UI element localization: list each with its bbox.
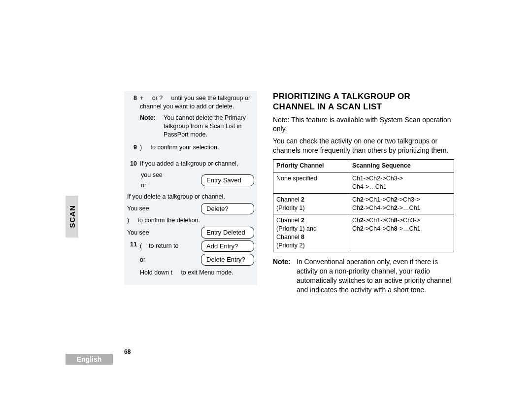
- table-header-priority: Priority Channel: [273, 160, 349, 172]
- lcd-delete: Delete?: [201, 203, 254, 215]
- scanning-sequence-table: Priority Channel Scanning Sequence None …: [273, 159, 454, 252]
- table-row: Channel 2(Priority 1) Ch2->Ch1->Ch2->Ch3…: [273, 193, 454, 214]
- step-11: 11 ( to return to Add Entry? or Delete E…: [127, 240, 254, 279]
- lcd-delete-entry: Delete Entry?: [201, 254, 254, 266]
- bottom-note: Note: In Conventional operation only, ev…: [273, 257, 454, 295]
- table-row: None specified Ch1->Ch2->Ch3->Ch4->…Ch1: [273, 172, 454, 193]
- left-column: 8 + or ? until you see the talkgroup or …: [124, 91, 257, 285]
- section-heading: PRIORITIZING A TALKGROUP OR CHANNEL IN A…: [273, 91, 454, 112]
- step-9: 9 ) to confirm your selection.: [127, 143, 254, 152]
- lcd-entry-deleted: Entry Deleted: [201, 227, 254, 239]
- step-8: 8 + or ? until you see the talkgroup or …: [127, 94, 254, 140]
- table-header-sequence: Scanning Sequence: [349, 160, 454, 172]
- right-column: PRIORITIZING A TALKGROUP OR CHANNEL IN A…: [273, 91, 454, 295]
- page-number: 68: [124, 348, 131, 355]
- manual-page: SCAN English 68 8 + or ? until you see t…: [0, 0, 532, 411]
- lcd-add-entry: Add Entry?: [201, 240, 254, 252]
- lcd-entry-saved: Entry Saved: [201, 174, 254, 186]
- language-badge: English: [66, 354, 113, 365]
- section-tab-label: SCAN: [68, 205, 76, 228]
- step-10: 10 If you added a talkgroup or channel,: [127, 160, 254, 168]
- table-row: Channel 2(Priority 1) andChannel 8(Prior…: [273, 214, 454, 252]
- intro-paragraph: You can check the activity on one or two…: [273, 137, 454, 155]
- feature-note: Note: This feature is available with Sys…: [273, 115, 454, 134]
- section-tab: SCAN: [66, 196, 78, 238]
